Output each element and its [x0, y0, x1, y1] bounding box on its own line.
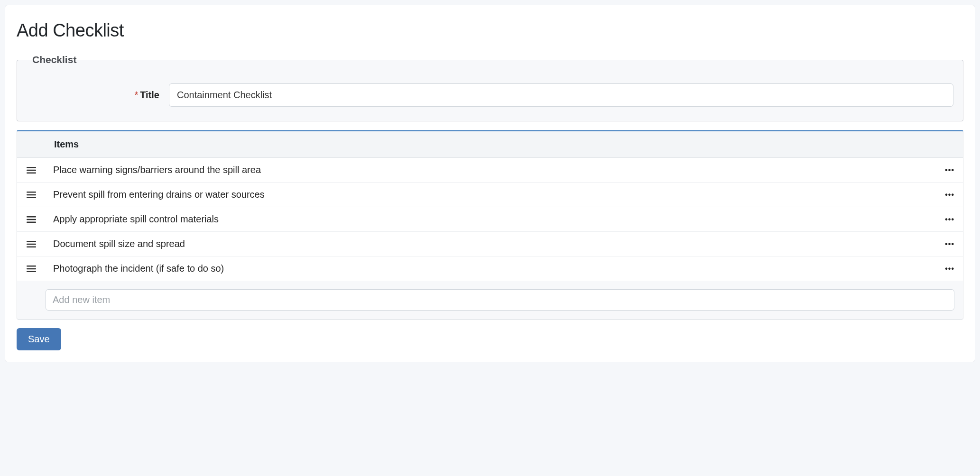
svg-rect-9 [27, 241, 36, 242]
checklist-fieldset: Checklist *Title [17, 54, 963, 121]
svg-rect-0 [27, 167, 36, 168]
more-actions-icon[interactable]: ••• [940, 215, 954, 224]
svg-rect-2 [27, 172, 36, 174]
svg-rect-3 [27, 192, 36, 193]
items-header: Items [17, 131, 963, 158]
more-actions-icon[interactable]: ••• [940, 166, 954, 174]
svg-rect-14 [27, 271, 36, 272]
more-actions-icon[interactable]: ••• [940, 191, 954, 199]
items-list: Place warning signs/barriers around the … [17, 158, 963, 281]
page-title: Add Checklist [17, 20, 963, 41]
svg-rect-1 [27, 169, 36, 171]
save-button[interactable]: Save [17, 328, 61, 350]
item-text: Photograph the incident (if safe to do s… [53, 263, 940, 274]
svg-rect-6 [27, 216, 36, 218]
svg-rect-4 [27, 194, 36, 195]
item-text: Apply appropriate spill control material… [53, 214, 940, 225]
main-card: Add Checklist Checklist *Title Items Pla… [5, 5, 975, 362]
svg-rect-12 [27, 265, 36, 267]
drag-handle-icon[interactable] [26, 240, 37, 248]
drag-handle-icon[interactable] [26, 265, 37, 273]
svg-rect-10 [27, 243, 36, 245]
svg-rect-7 [27, 219, 36, 220]
more-actions-icon[interactable]: ••• [940, 265, 954, 273]
drag-handle-icon[interactable] [26, 191, 37, 199]
svg-rect-8 [27, 221, 36, 223]
add-item-row [17, 281, 963, 319]
add-item-input[interactable] [46, 289, 954, 311]
item-text: Document spill size and spread [53, 238, 940, 249]
svg-rect-11 [27, 246, 36, 247]
more-actions-icon[interactable]: ••• [940, 240, 954, 248]
item-text: Prevent spill from entering drains or wa… [53, 189, 940, 200]
drag-handle-icon[interactable] [26, 166, 37, 174]
drag-handle-icon[interactable] [26, 216, 37, 223]
item-row: Apply appropriate spill control material… [17, 207, 963, 232]
item-row: Photograph the incident (if safe to do s… [17, 256, 963, 281]
title-row: *Title [27, 83, 953, 107]
title-input[interactable] [169, 83, 953, 107]
item-text: Place warning signs/barriers around the … [53, 165, 940, 175]
item-row: Document spill size and spread••• [17, 232, 963, 256]
title-label: *Title [27, 90, 169, 101]
svg-rect-5 [27, 197, 36, 198]
svg-rect-13 [27, 268, 36, 269]
items-panel: Items Place warning signs/barriers aroun… [17, 130, 963, 320]
title-label-text: Title [140, 90, 159, 100]
fieldset-legend: Checklist [29, 54, 79, 65]
item-row: Place warning signs/barriers around the … [17, 158, 963, 183]
required-indicator: * [134, 90, 138, 100]
item-row: Prevent spill from entering drains or wa… [17, 183, 963, 207]
